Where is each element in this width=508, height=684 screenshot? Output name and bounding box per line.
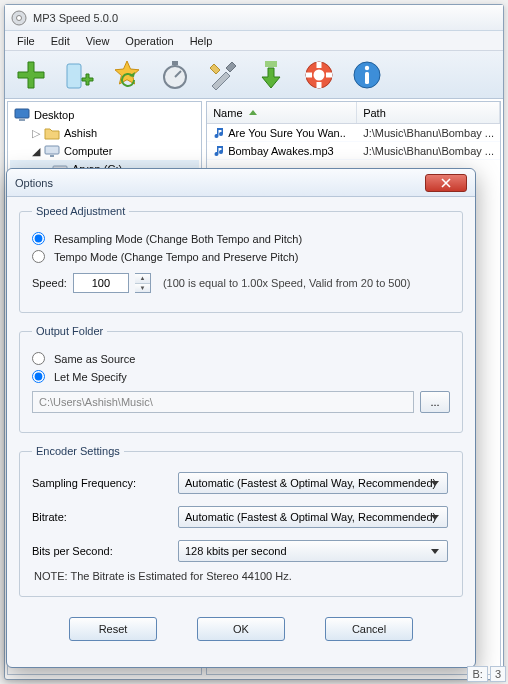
star-refresh-button[interactable] (105, 54, 149, 96)
encoder-settings-legend: Encoder Settings (32, 445, 124, 457)
reset-button[interactable]: Reset (69, 617, 157, 641)
add-folder-button[interactable] (57, 54, 101, 96)
list-item[interactable]: Are You Sure You Wan.. J:\Music\Bhanu\Bo… (207, 124, 500, 142)
file-name: Bombay Awakes.mp3 (228, 145, 334, 157)
same-as-source-radio[interactable] (32, 352, 45, 365)
close-button[interactable] (425, 174, 467, 192)
info-button[interactable] (345, 54, 389, 96)
speed-adjustment-legend: Speed Adjustment (32, 205, 129, 217)
list-item[interactable]: Bombay Awakes.mp3 J:\Music\Bhanu\Bombay … (207, 142, 500, 160)
folder-icon (44, 126, 60, 140)
same-as-source-label: Same as Source (54, 353, 135, 365)
dialog-title: Options (15, 177, 425, 189)
bits-per-second-label: Bits per Second: (32, 545, 172, 557)
plus-icon (14, 58, 48, 92)
help-lifebuoy-button[interactable] (297, 54, 341, 96)
tools-button[interactable] (201, 54, 245, 96)
download-arrow-icon (254, 58, 288, 92)
window-title: MP3 Speed 5.0.0 (33, 12, 118, 24)
column-name[interactable]: Name (207, 102, 357, 123)
tree-item-computer[interactable]: ◢ Computer (10, 142, 199, 160)
stopwatch-icon (158, 58, 192, 92)
dialog-title-bar: Options (7, 169, 475, 197)
download-button[interactable] (249, 54, 293, 96)
svg-point-8 (314, 69, 325, 80)
app-icon (11, 10, 27, 26)
status-3: 3 (490, 666, 506, 682)
output-path-input[interactable] (32, 391, 414, 413)
tempo-label: Tempo Mode (Change Tempo and Preserve Pi… (54, 251, 298, 263)
lifebuoy-icon (302, 58, 336, 92)
tree-item-label: Computer (64, 145, 112, 157)
svg-rect-14 (45, 146, 59, 154)
output-folder-group: Output Folder Same as Source Let Me Spec… (19, 325, 463, 433)
ok-button[interactable]: OK (197, 617, 285, 641)
let-me-specify-label: Let Me Specify (54, 371, 127, 383)
music-note-icon (213, 145, 225, 157)
svg-rect-11 (365, 72, 369, 84)
menu-bar: File Edit View Operation Help (5, 31, 503, 51)
svg-rect-4 (172, 61, 178, 65)
sampling-frequency-label: Sampling Frequency: (32, 477, 172, 489)
svg-rect-12 (15, 109, 29, 118)
expand-icon[interactable]: ▷ (32, 127, 40, 140)
dialog-buttons: Reset OK Cancel (19, 609, 463, 655)
stopwatch-button[interactable] (153, 54, 197, 96)
encoder-note: NOTE: The Bitrate is Estimated for Stere… (34, 570, 448, 582)
add-file-button[interactable] (9, 54, 53, 96)
column-path[interactable]: Path (357, 102, 500, 123)
speed-adjustment-group: Speed Adjustment Resampling Mode (Change… (19, 205, 463, 313)
menu-view[interactable]: View (78, 33, 118, 49)
file-name: Are You Sure You Wan.. (228, 127, 346, 139)
options-dialog: Options Speed Adjustment Resampling Mode… (6, 168, 476, 668)
status-bar-fragment: B: 3 (467, 666, 506, 682)
title-bar: MP3 Speed 5.0.0 (5, 5, 503, 31)
browse-button[interactable]: ... (420, 391, 450, 413)
menu-edit[interactable]: Edit (43, 33, 78, 49)
encoder-settings-group: Encoder Settings Sampling Frequency: Aut… (19, 445, 463, 597)
desktop-icon (14, 108, 30, 122)
spin-up-icon[interactable]: ▲ (135, 274, 150, 284)
cancel-button[interactable]: Cancel (325, 617, 413, 641)
menu-file[interactable]: File (9, 33, 43, 49)
collapse-icon[interactable]: ◢ (32, 145, 40, 158)
menu-help[interactable]: Help (182, 33, 221, 49)
tools-icon (206, 58, 240, 92)
star-refresh-icon (110, 58, 144, 92)
resampling-label: Resampling Mode (Change Both Tempo and P… (54, 233, 302, 245)
menu-operation[interactable]: Operation (117, 33, 181, 49)
file-path: J:\Music\Bhanu\Bombay ... (357, 127, 500, 139)
file-path: J:\Music\Bhanu\Bombay ... (357, 145, 500, 157)
tree-item-ashish[interactable]: ▷ Ashish (10, 124, 199, 142)
info-icon (350, 58, 384, 92)
browse-label: ... (430, 396, 439, 408)
speed-spinner[interactable]: ▲ ▼ (135, 273, 151, 293)
toolbar (5, 51, 503, 99)
column-name-label: Name (213, 107, 242, 119)
speed-input[interactable] (73, 273, 129, 293)
sampling-frequency-combo[interactable]: Automatic (Fastest & Optimal Way, Recomm… (178, 472, 448, 494)
status-b: B: (467, 666, 487, 682)
tree-root-label: Desktop (34, 109, 74, 121)
tempo-radio[interactable] (32, 250, 45, 263)
sort-arrow-icon (249, 110, 257, 115)
bitrate-combo[interactable]: Automatic (Fastest & Optimal Way, Recomm… (178, 506, 448, 528)
computer-icon (44, 144, 60, 158)
speed-hint: (100 is equal to 1.00x Speed, Valid from… (163, 277, 410, 289)
speed-label: Speed: (32, 277, 67, 289)
list-header: Name Path (207, 102, 500, 124)
folder-plus-icon (62, 58, 96, 92)
tree-root[interactable]: Desktop (10, 106, 199, 124)
sampling-frequency-value: Automatic (Fastest & Optimal Way, Recomm… (185, 477, 436, 489)
bitrate-label: Bitrate: (32, 511, 172, 523)
resampling-radio[interactable] (32, 232, 45, 245)
svg-rect-2 (67, 64, 81, 88)
dialog-body: Speed Adjustment Resampling Mode (Change… (7, 197, 475, 667)
output-folder-legend: Output Folder (32, 325, 107, 337)
bits-per-second-combo[interactable]: 128 kbits per second (178, 540, 448, 562)
svg-rect-13 (19, 119, 25, 121)
close-icon (441, 178, 451, 188)
svg-point-1 (17, 15, 22, 20)
let-me-specify-radio[interactable] (32, 370, 45, 383)
spin-down-icon[interactable]: ▼ (135, 284, 150, 293)
